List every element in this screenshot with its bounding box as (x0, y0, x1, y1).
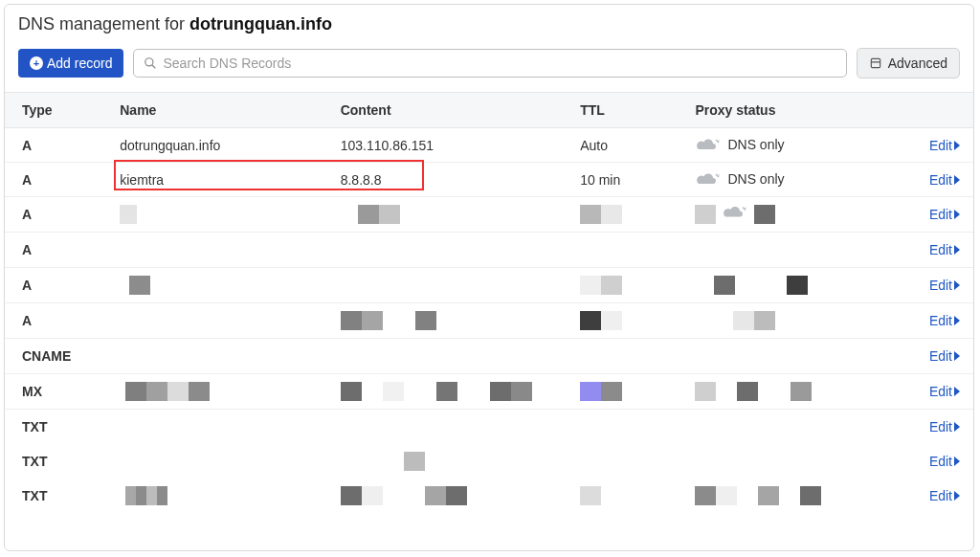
cell-type: TXT (5, 444, 120, 479)
chevron-right-icon (954, 245, 960, 255)
cell-content (341, 339, 580, 374)
edit-label: Edit (929, 172, 952, 188)
edit-link[interactable]: Edit (929, 419, 960, 434)
cell-ttl (580, 410, 695, 445)
edit-link[interactable]: Edit (929, 488, 960, 503)
edit-link[interactable]: Edit (929, 278, 960, 293)
cell-ttl (580, 374, 695, 410)
chevron-right-icon (954, 351, 960, 361)
cell-type: A (5, 303, 120, 339)
cell-edit: Edit (878, 339, 973, 374)
edit-label: Edit (929, 207, 952, 222)
cell-edit: Edit (878, 128, 973, 163)
cell-proxy: DNS only (695, 128, 877, 163)
cell-type: A (5, 233, 120, 268)
edit-label: Edit (929, 419, 952, 434)
cell-ttl (580, 339, 695, 374)
edit-link[interactable]: Edit (929, 454, 960, 469)
edit-label: Edit (929, 313, 952, 328)
cell-name: dotrungquan.info (120, 128, 340, 163)
cloud-off-icon (695, 172, 718, 186)
edit-label: Edit (929, 488, 952, 503)
title-prefix: DNS management for (18, 14, 189, 33)
cell-name: kiemtra (120, 163, 340, 197)
cell-ttl (580, 268, 695, 303)
cell-edit: Edit (878, 410, 973, 445)
cell-type: A (5, 197, 120, 233)
search-field[interactable] (133, 49, 846, 78)
cell-ttl (580, 233, 695, 268)
table-row: CNAMEEdit (5, 339, 973, 374)
proxy-text: DNS only (727, 137, 784, 152)
edit-label: Edit (929, 384, 952, 399)
panel-title: DNS management for dotrungquan.info (5, 5, 973, 48)
edit-link[interactable]: Edit (929, 172, 960, 188)
cell-proxy (695, 479, 877, 513)
cell-content (341, 479, 580, 513)
svg-rect-2 (871, 58, 880, 67)
chevron-right-icon (954, 491, 960, 501)
col-content: Content (341, 93, 580, 128)
advanced-label: Advanced (888, 56, 947, 71)
table-row: AEdit (5, 303, 973, 339)
cell-name (120, 479, 340, 513)
svg-line-1 (152, 65, 156, 69)
table-row: AEdit (5, 233, 973, 268)
edit-link[interactable]: Edit (929, 207, 960, 222)
add-record-label: Add record (47, 56, 112, 71)
cell-ttl: 10 min (580, 163, 695, 197)
table-row: TXTEdit (5, 479, 973, 513)
cell-name (120, 233, 340, 268)
toolbar: + Add record Advanced (5, 48, 973, 92)
search-input[interactable] (163, 56, 835, 71)
cell-content (341, 444, 580, 479)
edit-link[interactable]: Edit (929, 138, 960, 153)
cell-type: TXT (5, 410, 120, 445)
edit-label: Edit (929, 278, 952, 293)
cell-edit: Edit (878, 479, 973, 513)
cell-content (341, 374, 580, 410)
cell-content (341, 197, 580, 233)
edit-label: Edit (929, 242, 952, 257)
cell-proxy (695, 444, 877, 479)
chevron-right-icon (954, 457, 960, 466)
col-proxy: Proxy status (695, 93, 877, 128)
cell-content (341, 268, 580, 303)
cell-edit: Edit (878, 444, 973, 479)
cell-type: A (5, 268, 120, 303)
edit-link[interactable]: Edit (929, 313, 960, 328)
col-ttl: TTL (580, 93, 695, 128)
edit-label: Edit (929, 454, 952, 469)
cell-edit: Edit (878, 163, 973, 197)
cell-proxy (695, 233, 877, 268)
table-row: TXTEdit (5, 410, 973, 445)
edit-label: Edit (929, 138, 952, 153)
title-domain: dotrungquan.info (189, 14, 332, 33)
cell-type: A (5, 128, 120, 163)
cell-type: TXT (5, 479, 120, 513)
col-name: Name (120, 93, 340, 128)
add-record-button[interactable]: + Add record (18, 49, 123, 78)
cell-content (341, 303, 580, 339)
advanced-button[interactable]: Advanced (857, 48, 960, 78)
search-icon (144, 56, 157, 70)
cell-edit: Edit (878, 374, 973, 410)
cell-proxy (695, 303, 877, 339)
edit-link[interactable]: Edit (929, 242, 960, 257)
cell-content (341, 410, 580, 445)
edit-link[interactable]: Edit (929, 384, 960, 399)
cell-name (120, 339, 340, 374)
cell-type: A (5, 163, 120, 197)
cell-ttl (580, 479, 695, 513)
cell-ttl (580, 444, 695, 479)
cell-edit: Edit (878, 268, 973, 303)
table-header-row: Type Name Content TTL Proxy status (5, 93, 973, 128)
cell-edit: Edit (878, 233, 973, 268)
chevron-right-icon (954, 280, 960, 290)
edit-label: Edit (929, 348, 952, 364)
cell-name (120, 268, 340, 303)
chevron-right-icon (954, 316, 960, 325)
table-row: TXTEdit (5, 444, 973, 479)
edit-link[interactable]: Edit (929, 348, 960, 364)
cell-proxy (695, 197, 877, 233)
